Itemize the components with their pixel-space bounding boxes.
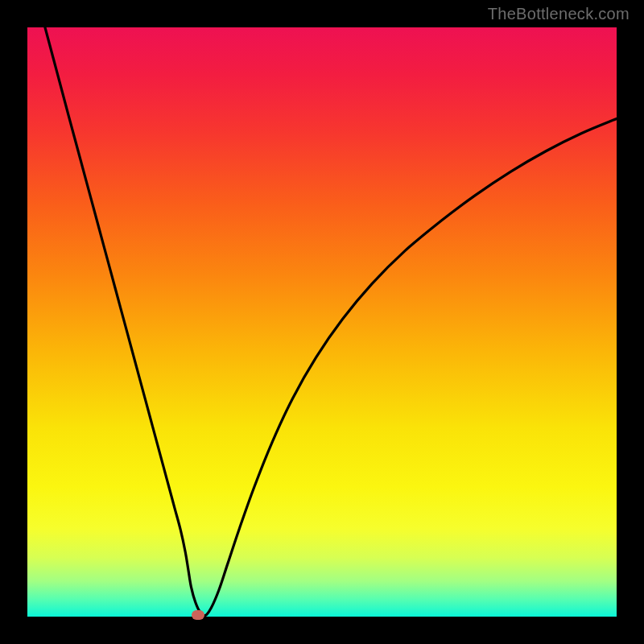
chart-curve <box>27 27 617 617</box>
watermark-label: TheBottleneck.com <box>488 5 630 23</box>
chart-plot-area <box>27 27 617 617</box>
optimum-marker <box>192 610 204 620</box>
